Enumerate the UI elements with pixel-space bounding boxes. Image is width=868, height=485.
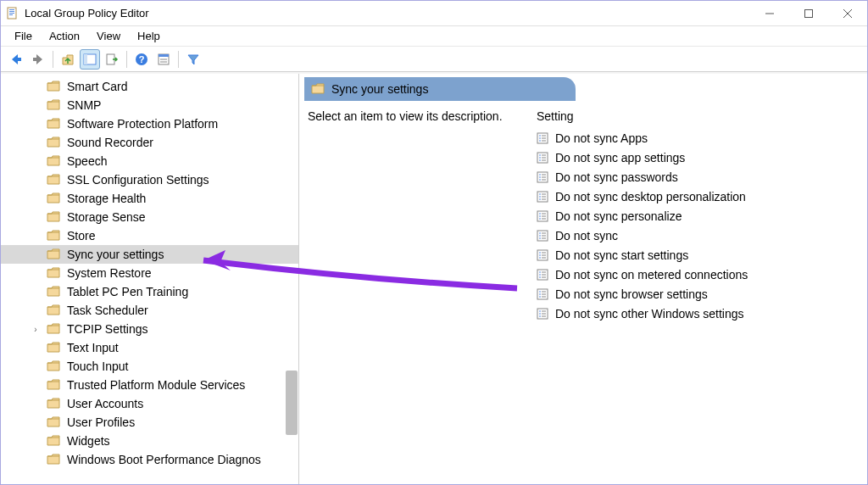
policy-icon <box>537 230 550 242</box>
folder-icon <box>47 99 62 111</box>
svg-rect-2 <box>9 11 14 12</box>
folder-icon <box>47 379 62 391</box>
up-button[interactable] <box>58 49 78 70</box>
tree-item-label: Trusted Platform Module Services <box>67 378 245 392</box>
policy-icon <box>537 191 550 203</box>
tree-item[interactable]: Widgets <box>1 432 298 450</box>
tree-item-label: Tablet PC Pen Training <box>67 285 188 298</box>
setting-item[interactable]: Do not sync Apps <box>533 128 862 148</box>
tree-item[interactable]: Touch Input <box>1 357 298 376</box>
tree-item-label: User Profiles <box>67 415 135 429</box>
svg-rect-15 <box>159 54 169 57</box>
expand-icon[interactable]: › <box>30 325 42 334</box>
svg-rect-1 <box>9 9 14 10</box>
tree-item-label: TCPIP Settings <box>67 322 147 336</box>
close-button[interactable] <box>828 1 867 26</box>
tree-item[interactable]: SSL Configuration Settings <box>1 170 298 189</box>
folder-icon <box>47 137 62 148</box>
tree-item-label: Speech <box>67 154 107 168</box>
tree-item-label: Software Protection Platform <box>67 117 218 131</box>
tree-item[interactable]: Sound Recorder <box>1 133 298 152</box>
tree-item[interactable]: Tablet PC Pen Training <box>1 282 298 301</box>
policy-icon <box>537 171 550 183</box>
policy-icon <box>537 249 550 261</box>
menu-action[interactable]: Action <box>41 28 88 44</box>
minimize-button[interactable] <box>750 1 789 26</box>
tree-pane[interactable]: Smart CardSNMPSoftware Protection Platfo… <box>1 74 299 484</box>
maximize-button[interactable] <box>789 1 828 26</box>
tree-item[interactable]: Trusted Platform Module Services <box>1 376 298 394</box>
policy-icon <box>537 210 550 222</box>
folder-icon <box>47 174 62 186</box>
folder-icon <box>47 416 62 428</box>
tree-item[interactable]: Store <box>1 226 298 245</box>
tree-item[interactable]: Smart Card <box>1 77 298 96</box>
setting-item[interactable]: Do not sync other Windows settings <box>533 304 862 323</box>
svg-text:?: ? <box>139 54 145 64</box>
setting-label: Do not sync Apps <box>555 131 648 145</box>
tree-item-label: SNMP <box>67 98 101 112</box>
policy-icon <box>537 308 550 320</box>
folder-icon <box>47 435 62 447</box>
column-header-setting[interactable]: Setting <box>533 108 862 128</box>
tree-item-label: Touch Input <box>67 360 128 373</box>
description-text: Select an item to view its description. <box>304 108 516 323</box>
menu-view[interactable]: View <box>88 28 129 44</box>
toolbar-separator <box>126 51 127 68</box>
tree-item[interactable]: Storage Sense <box>1 208 298 226</box>
menubar: File Action View Help <box>1 26 867 47</box>
tree-item[interactable]: Text Input <box>1 338 298 357</box>
folder-icon <box>47 267 62 279</box>
tree-item-label: Store <box>67 229 95 242</box>
tree-item[interactable]: SNMP <box>1 96 298 114</box>
setting-label: Do not sync desktop personalization <box>555 190 746 203</box>
help-button[interactable]: ? <box>131 49 152 70</box>
back-button[interactable] <box>6 49 26 70</box>
setting-item[interactable]: Do not sync on metered connections <box>533 265 862 284</box>
tree-item[interactable]: Windows Boot Performance Diagnos <box>1 450 298 469</box>
svg-rect-6 <box>805 9 813 17</box>
folder-icon <box>47 192 62 204</box>
tree-item-label: Widgets <box>67 434 110 448</box>
policy-icon <box>537 152 550 164</box>
tree-item[interactable]: System Restore <box>1 264 298 282</box>
tree-item[interactable]: Task Scheduler <box>1 301 298 320</box>
setting-item[interactable]: Do not sync start settings <box>533 245 862 265</box>
tree-item[interactable]: User Profiles <box>1 413 298 432</box>
setting-label: Do not sync other Windows settings <box>555 307 744 321</box>
tree-item-label: Sync your settings <box>67 248 164 261</box>
setting-label: Do not sync personalize <box>555 209 682 223</box>
forward-button[interactable] <box>28 49 48 70</box>
tree-item[interactable]: User Accounts <box>1 394 298 413</box>
show-tree-button[interactable] <box>80 49 100 70</box>
setting-item[interactable]: Do not sync app settings <box>533 148 862 167</box>
scrollbar-thumb[interactable] <box>286 371 298 435</box>
content-header-title: Sync your settings <box>331 82 428 96</box>
toolbar-separator <box>178 51 179 68</box>
folder-icon <box>311 83 325 95</box>
setting-item[interactable]: Do not sync <box>533 226 862 245</box>
setting-item[interactable]: Do not sync browser settings <box>533 284 862 304</box>
setting-item[interactable]: Do not sync personalize <box>533 206 862 226</box>
svg-rect-3 <box>9 13 14 14</box>
folder-icon <box>47 323 62 335</box>
menu-file[interactable]: File <box>6 28 41 44</box>
setting-item[interactable]: Do not sync passwords <box>533 167 862 187</box>
tree-item[interactable]: Software Protection Platform <box>1 114 298 133</box>
tree-item[interactable]: ›TCPIP Settings <box>1 320 298 338</box>
folder-icon <box>47 155 62 167</box>
properties-button[interactable] <box>153 49 174 70</box>
content-header-tab: Sync your settings <box>304 77 576 101</box>
app-icon <box>1 7 25 20</box>
setting-label: Do not sync start settings <box>555 248 688 262</box>
setting-label: Do not sync on metered connections <box>555 268 748 282</box>
tree-item[interactable]: Speech <box>1 152 298 170</box>
tree-item-label: SSL Configuration Settings <box>67 173 209 187</box>
tree-item[interactable]: Sync your settings <box>1 245 298 264</box>
filter-button[interactable] <box>183 49 203 70</box>
policy-icon <box>537 269 550 281</box>
setting-item[interactable]: Do not sync desktop personalization <box>533 187 862 206</box>
menu-help[interactable]: Help <box>129 28 169 44</box>
tree-item[interactable]: Storage Health <box>1 189 298 208</box>
export-button[interactable] <box>102 49 122 70</box>
